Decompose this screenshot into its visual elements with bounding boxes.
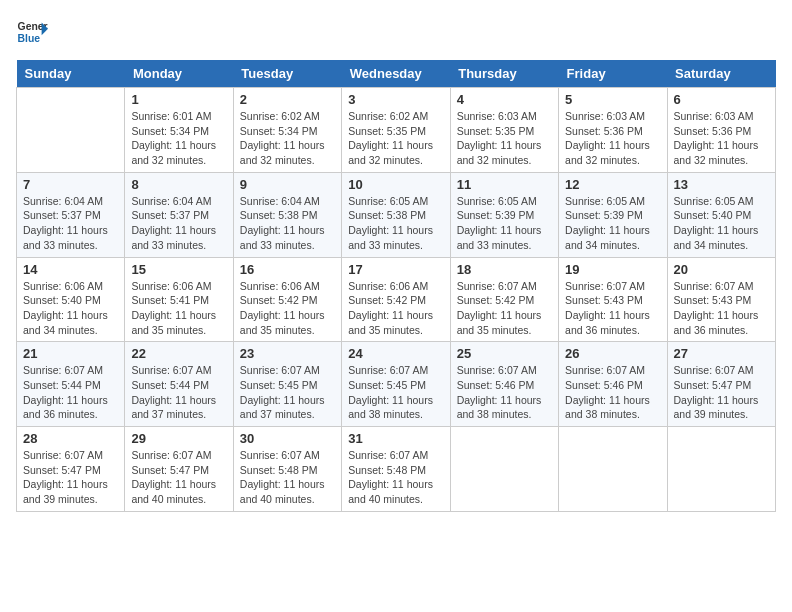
day-header-friday: Friday (559, 60, 667, 88)
calendar-cell (559, 427, 667, 512)
day-number: 11 (457, 177, 552, 192)
day-number: 27 (674, 346, 769, 361)
day-number: 7 (23, 177, 118, 192)
day-info: Sunrise: 6:03 AM Sunset: 5:35 PM Dayligh… (457, 109, 552, 168)
day-number: 15 (131, 262, 226, 277)
day-info: Sunrise: 6:06 AM Sunset: 5:40 PM Dayligh… (23, 279, 118, 338)
day-number: 22 (131, 346, 226, 361)
day-header-thursday: Thursday (450, 60, 558, 88)
calendar-header-row: SundayMondayTuesdayWednesdayThursdayFrid… (17, 60, 776, 88)
day-info: Sunrise: 6:02 AM Sunset: 5:34 PM Dayligh… (240, 109, 335, 168)
day-info: Sunrise: 6:05 AM Sunset: 5:39 PM Dayligh… (457, 194, 552, 253)
calendar-cell: 14Sunrise: 6:06 AM Sunset: 5:40 PM Dayli… (17, 257, 125, 342)
day-info: Sunrise: 6:03 AM Sunset: 5:36 PM Dayligh… (674, 109, 769, 168)
day-number: 19 (565, 262, 660, 277)
day-info: Sunrise: 6:07 AM Sunset: 5:47 PM Dayligh… (131, 448, 226, 507)
calendar-cell: 7Sunrise: 6:04 AM Sunset: 5:37 PM Daylig… (17, 172, 125, 257)
day-header-tuesday: Tuesday (233, 60, 341, 88)
day-number: 29 (131, 431, 226, 446)
calendar-cell: 15Sunrise: 6:06 AM Sunset: 5:41 PM Dayli… (125, 257, 233, 342)
calendar-cell: 26Sunrise: 6:07 AM Sunset: 5:46 PM Dayli… (559, 342, 667, 427)
calendar-cell: 29Sunrise: 6:07 AM Sunset: 5:47 PM Dayli… (125, 427, 233, 512)
calendar-cell (450, 427, 558, 512)
calendar-cell: 8Sunrise: 6:04 AM Sunset: 5:37 PM Daylig… (125, 172, 233, 257)
day-info: Sunrise: 6:07 AM Sunset: 5:44 PM Dayligh… (131, 363, 226, 422)
svg-text:Blue: Blue (18, 33, 41, 44)
day-info: Sunrise: 6:04 AM Sunset: 5:38 PM Dayligh… (240, 194, 335, 253)
day-info: Sunrise: 6:07 AM Sunset: 5:46 PM Dayligh… (565, 363, 660, 422)
day-info: Sunrise: 6:07 AM Sunset: 5:42 PM Dayligh… (457, 279, 552, 338)
day-number: 31 (348, 431, 443, 446)
day-info: Sunrise: 6:05 AM Sunset: 5:39 PM Dayligh… (565, 194, 660, 253)
day-number: 20 (674, 262, 769, 277)
day-info: Sunrise: 6:06 AM Sunset: 5:41 PM Dayligh… (131, 279, 226, 338)
day-info: Sunrise: 6:07 AM Sunset: 5:47 PM Dayligh… (674, 363, 769, 422)
day-header-saturday: Saturday (667, 60, 775, 88)
day-header-monday: Monday (125, 60, 233, 88)
calendar-week-row: 21Sunrise: 6:07 AM Sunset: 5:44 PM Dayli… (17, 342, 776, 427)
day-number: 21 (23, 346, 118, 361)
day-info: Sunrise: 6:07 AM Sunset: 5:48 PM Dayligh… (240, 448, 335, 507)
logo-icon: General Blue (16, 16, 48, 48)
page-header: General Blue (16, 16, 776, 48)
calendar-cell: 10Sunrise: 6:05 AM Sunset: 5:38 PM Dayli… (342, 172, 450, 257)
calendar-cell: 21Sunrise: 6:07 AM Sunset: 5:44 PM Dayli… (17, 342, 125, 427)
day-number: 2 (240, 92, 335, 107)
calendar-cell: 13Sunrise: 6:05 AM Sunset: 5:40 PM Dayli… (667, 172, 775, 257)
day-number: 26 (565, 346, 660, 361)
day-info: Sunrise: 6:03 AM Sunset: 5:36 PM Dayligh… (565, 109, 660, 168)
calendar-cell: 16Sunrise: 6:06 AM Sunset: 5:42 PM Dayli… (233, 257, 341, 342)
calendar-cell: 24Sunrise: 6:07 AM Sunset: 5:45 PM Dayli… (342, 342, 450, 427)
day-number: 18 (457, 262, 552, 277)
calendar-cell: 27Sunrise: 6:07 AM Sunset: 5:47 PM Dayli… (667, 342, 775, 427)
day-info: Sunrise: 6:06 AM Sunset: 5:42 PM Dayligh… (348, 279, 443, 338)
calendar-cell: 28Sunrise: 6:07 AM Sunset: 5:47 PM Dayli… (17, 427, 125, 512)
calendar-week-row: 1Sunrise: 6:01 AM Sunset: 5:34 PM Daylig… (17, 88, 776, 173)
day-info: Sunrise: 6:07 AM Sunset: 5:43 PM Dayligh… (674, 279, 769, 338)
day-info: Sunrise: 6:04 AM Sunset: 5:37 PM Dayligh… (23, 194, 118, 253)
day-info: Sunrise: 6:07 AM Sunset: 5:46 PM Dayligh… (457, 363, 552, 422)
calendar-cell: 20Sunrise: 6:07 AM Sunset: 5:43 PM Dayli… (667, 257, 775, 342)
day-number: 12 (565, 177, 660, 192)
calendar-cell: 5Sunrise: 6:03 AM Sunset: 5:36 PM Daylig… (559, 88, 667, 173)
calendar-cell: 18Sunrise: 6:07 AM Sunset: 5:42 PM Dayli… (450, 257, 558, 342)
day-info: Sunrise: 6:07 AM Sunset: 5:45 PM Dayligh… (348, 363, 443, 422)
calendar-cell: 19Sunrise: 6:07 AM Sunset: 5:43 PM Dayli… (559, 257, 667, 342)
calendar-week-row: 28Sunrise: 6:07 AM Sunset: 5:47 PM Dayli… (17, 427, 776, 512)
calendar-cell: 1Sunrise: 6:01 AM Sunset: 5:34 PM Daylig… (125, 88, 233, 173)
day-number: 4 (457, 92, 552, 107)
calendar-cell: 12Sunrise: 6:05 AM Sunset: 5:39 PM Dayli… (559, 172, 667, 257)
day-number: 6 (674, 92, 769, 107)
calendar-cell: 3Sunrise: 6:02 AM Sunset: 5:35 PM Daylig… (342, 88, 450, 173)
day-number: 3 (348, 92, 443, 107)
day-number: 10 (348, 177, 443, 192)
calendar-cell: 30Sunrise: 6:07 AM Sunset: 5:48 PM Dayli… (233, 427, 341, 512)
day-info: Sunrise: 6:07 AM Sunset: 5:47 PM Dayligh… (23, 448, 118, 507)
calendar-week-row: 7Sunrise: 6:04 AM Sunset: 5:37 PM Daylig… (17, 172, 776, 257)
day-info: Sunrise: 6:05 AM Sunset: 5:38 PM Dayligh… (348, 194, 443, 253)
day-header-sunday: Sunday (17, 60, 125, 88)
calendar-cell (667, 427, 775, 512)
calendar-cell: 17Sunrise: 6:06 AM Sunset: 5:42 PM Dayli… (342, 257, 450, 342)
day-number: 17 (348, 262, 443, 277)
day-number: 14 (23, 262, 118, 277)
calendar-week-row: 14Sunrise: 6:06 AM Sunset: 5:40 PM Dayli… (17, 257, 776, 342)
calendar-body: 1Sunrise: 6:01 AM Sunset: 5:34 PM Daylig… (17, 88, 776, 512)
day-info: Sunrise: 6:05 AM Sunset: 5:40 PM Dayligh… (674, 194, 769, 253)
day-info: Sunrise: 6:07 AM Sunset: 5:44 PM Dayligh… (23, 363, 118, 422)
day-number: 5 (565, 92, 660, 107)
day-number: 24 (348, 346, 443, 361)
logo: General Blue (16, 16, 48, 48)
calendar-cell: 25Sunrise: 6:07 AM Sunset: 5:46 PM Dayli… (450, 342, 558, 427)
day-info: Sunrise: 6:01 AM Sunset: 5:34 PM Dayligh… (131, 109, 226, 168)
day-info: Sunrise: 6:07 AM Sunset: 5:48 PM Dayligh… (348, 448, 443, 507)
day-number: 16 (240, 262, 335, 277)
day-info: Sunrise: 6:07 AM Sunset: 5:43 PM Dayligh… (565, 279, 660, 338)
calendar-cell: 11Sunrise: 6:05 AM Sunset: 5:39 PM Dayli… (450, 172, 558, 257)
calendar-table: SundayMondayTuesdayWednesdayThursdayFrid… (16, 60, 776, 512)
day-info: Sunrise: 6:04 AM Sunset: 5:37 PM Dayligh… (131, 194, 226, 253)
calendar-cell: 31Sunrise: 6:07 AM Sunset: 5:48 PM Dayli… (342, 427, 450, 512)
calendar-cell: 6Sunrise: 6:03 AM Sunset: 5:36 PM Daylig… (667, 88, 775, 173)
calendar-cell: 2Sunrise: 6:02 AM Sunset: 5:34 PM Daylig… (233, 88, 341, 173)
calendar-cell: 22Sunrise: 6:07 AM Sunset: 5:44 PM Dayli… (125, 342, 233, 427)
